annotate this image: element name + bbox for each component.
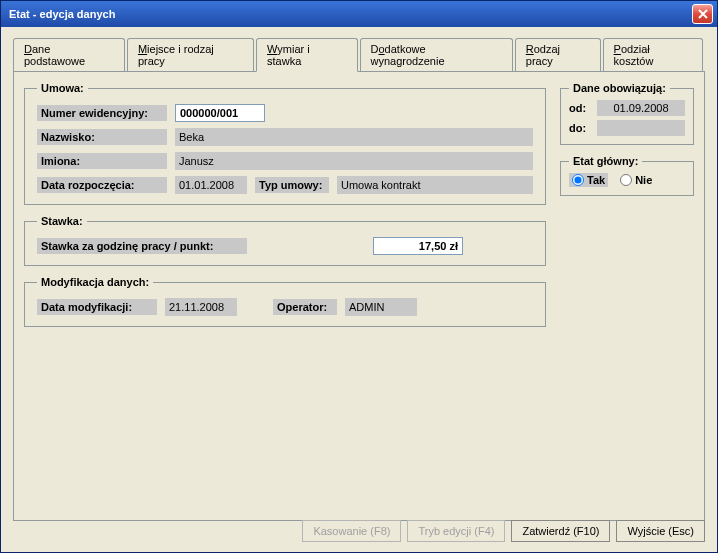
legend-stawka: Stawka: xyxy=(37,215,87,227)
radio-nie[interactable] xyxy=(620,174,632,186)
button-bar: Kasowanie (F8) Tryb edycji (F4) Zatwierd… xyxy=(302,520,705,542)
label-data-mod: Data modyfikacji: xyxy=(37,299,157,315)
close-button[interactable] xyxy=(692,4,713,24)
zatwierdz-button[interactable]: Zatwierdź (F10) xyxy=(511,520,610,542)
field-nazwisko: Beka xyxy=(175,128,533,146)
radio-tak-text: Tak xyxy=(587,174,605,186)
radio-tak-label[interactable]: Tak xyxy=(569,173,608,187)
client-area: Dane podstawowe Miejsce i rodzaj pracy W… xyxy=(1,27,717,531)
label-nazwisko: Nazwisko: xyxy=(37,129,167,145)
label-typ-umowy: Typ umowy: xyxy=(255,177,329,193)
label-numer: Numer ewidencyjny: xyxy=(37,105,167,121)
radio-nie-text: Nie xyxy=(635,174,652,186)
group-modyfikacja: Modyfikacja danych: Data modyfikacji: 21… xyxy=(24,276,546,327)
label-data-rozp: Data rozpoczęcia: xyxy=(37,177,167,193)
tab-rodzaj-pracy[interactable]: Rodzaj pracy xyxy=(515,38,601,72)
tab-miejsce-rodzaj[interactable]: Miejsce i rodzaj pracy xyxy=(127,38,254,72)
group-stawka: Stawka: Stawka za godzinę pracy / punkt:… xyxy=(24,215,546,266)
legend-etat-glowny: Etat główny: xyxy=(569,155,642,167)
titlebar: Etat - edycja danych xyxy=(1,1,717,27)
legend-modyfikacja: Modyfikacja danych: xyxy=(37,276,153,288)
tab-dodatkowe[interactable]: Dodatkowe wynagrodzenie xyxy=(360,38,513,72)
field-typ-umowy: Umowa kontrakt xyxy=(337,176,533,194)
legend-dane-obow: Dane obowiązują: xyxy=(569,82,670,94)
field-numer[interactable]: 000000/001 xyxy=(175,104,265,122)
right-column: Dane obowiązują: od: 01.09.2008 do: Etat… xyxy=(560,82,694,206)
radio-nie-label[interactable]: Nie xyxy=(620,174,652,186)
group-etat-glowny: Etat główny: Tak Nie xyxy=(560,155,694,196)
tab-podzial-kosztow[interactable]: Podział kosztów xyxy=(603,38,703,72)
group-dane-obowiazuja: Dane obowiązują: od: 01.09.2008 do: xyxy=(560,82,694,145)
field-do xyxy=(597,120,685,136)
field-stawka[interactable]: 17,50 zł xyxy=(373,237,463,255)
group-umowa: Umowa: Numer ewidencyjny: 000000/001 Naz… xyxy=(24,82,546,205)
tab-wymiar-stawka[interactable]: Wymiar i stawka xyxy=(256,38,357,72)
tab-panel: Umowa: Numer ewidencyjny: 000000/001 Naz… xyxy=(13,71,705,521)
tryb-edycji-button: Tryb edycji (F4) xyxy=(407,520,505,542)
label-od: od: xyxy=(569,102,597,114)
label-imiona: Imiona: xyxy=(37,153,167,169)
close-icon xyxy=(698,9,708,19)
legend-umowa: Umowa: xyxy=(37,82,88,94)
window: Etat - edycja danych Dane podstawowe Mie… xyxy=(0,0,718,553)
field-operator: ADMIN xyxy=(345,298,417,316)
field-imiona: Janusz xyxy=(175,152,533,170)
field-data-mod: 21.11.2008 xyxy=(165,298,237,316)
radio-tak[interactable] xyxy=(572,174,584,186)
label-stawka: Stawka za godzinę pracy / punkt: xyxy=(37,238,247,254)
tab-dane-podstawowe[interactable]: Dane podstawowe xyxy=(13,38,125,72)
label-operator: Operator: xyxy=(273,299,337,315)
kasowanie-button: Kasowanie (F8) xyxy=(302,520,401,542)
field-data-rozp: 01.01.2008 xyxy=(175,176,247,194)
wyjscie-button[interactable]: Wyjście (Esc) xyxy=(616,520,705,542)
window-title: Etat - edycja danych xyxy=(5,8,692,20)
main-left: Umowa: Numer ewidencyjny: 000000/001 Naz… xyxy=(24,82,546,327)
field-od: 01.09.2008 xyxy=(597,100,685,116)
tab-strip: Dane podstawowe Miejsce i rodzaj pracy W… xyxy=(13,37,705,72)
label-do: do: xyxy=(569,122,597,134)
